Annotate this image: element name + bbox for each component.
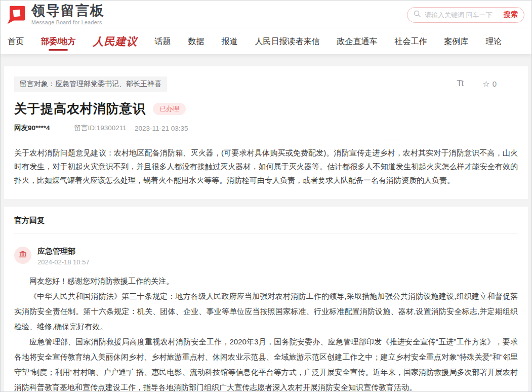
nav-item-shuju[interactable]: 数据: [188, 29, 204, 54]
divider: [14, 139, 518, 139]
agency-avatar: [14, 247, 31, 264]
search-icon: [414, 10, 421, 20]
page: 领导留言板 Message Board for Leaders 搜索 首页 部委…: [0, 0, 532, 392]
message-id: 留言ID:19300211: [74, 124, 127, 133]
font-size-toggle-icon[interactable]: Tt: [457, 79, 463, 89]
agency-name: 应急管理部: [37, 247, 90, 256]
nav-item-zhengqi-zhitongche[interactable]: 政企直通车: [337, 29, 377, 54]
message-author: 网友90****4: [14, 124, 50, 133]
star-icon: ☆: [482, 79, 489, 89]
reply-body: 网友您好！感谢您对消防救援工作的关注。 《中华人民共和国消防法》第三十条规定：地…: [14, 273, 518, 392]
nav-item-renmin-jianyi[interactable]: 人民建议: [93, 29, 137, 54]
favorite-count: 0: [493, 80, 497, 88]
search-input[interactable]: [425, 11, 500, 19]
message-title: 关于提高农村消防意识: [14, 100, 146, 117]
nav-item-baodao[interactable]: 报道: [221, 29, 237, 54]
site-subtitle: Message Board for Leaders: [31, 19, 105, 25]
nav-item-buwei-difang[interactable]: 部委/地方: [41, 29, 75, 54]
message-target-tag: 留言对象：应急管理部党委书记、部长王祥喜: [14, 76, 167, 92]
reply-timestamp: 2024-02-18 10:57: [37, 258, 90, 266]
divider: [14, 233, 518, 233]
message-timestamp: 2023-11-21 03:35: [135, 125, 188, 132]
search-box: 搜索: [407, 7, 524, 23]
status-badge: 已办理: [153, 103, 186, 115]
nav-item-duzhe-laixin[interactable]: 人民日报读者来信: [255, 29, 319, 54]
message-body: 关于农村消防问题意见建议：农村地区配备消防箱、灭火器，(可要求村具体购买或免费配…: [14, 146, 518, 187]
government-building-icon: [18, 250, 27, 261]
logo-speech-bubble-icon: [6, 4, 27, 25]
site-logo[interactable]: 领导留言板 Message Board for Leaders: [6, 4, 105, 25]
nav-item-shehui-gongzuo[interactable]: 社会工作: [394, 29, 427, 54]
official-reply-card: 官方回复 应急管理部 2024-02-18 10:57: [4, 207, 528, 392]
main-nav: 首页 部委/地方 人民建议 话题 数据 报道 人民日报读者来信 政企直通车 社会…: [1, 29, 531, 54]
nav-item-lilun[interactable]: 理论: [485, 29, 502, 54]
nav-item-anliku[interactable]: 案例库: [444, 29, 468, 54]
nav-item-home[interactable]: 首页: [8, 29, 24, 54]
reply-section-title: 官方回复: [14, 216, 518, 225]
nav-item-huati[interactable]: 话题: [154, 29, 171, 54]
reply-paragraph: 应急管理部、国家消防救援局高度重视农村消防安全工作，2020年3月，国务院安委办…: [14, 334, 518, 392]
favorite-control[interactable]: ☆ 0: [482, 79, 497, 89]
reply-paragraph: 《中华人民共和国消防法》第三十条规定：地方各级人民政府应当加强对农村消防工作的领…: [14, 289, 518, 334]
message-card: 留言对象：应急管理部党委书记、部长王祥喜 Tt ☆ 0 关于提高农村消防意识 已…: [4, 66, 528, 199]
search-button[interactable]: 搜索: [504, 10, 518, 19]
site-title: 领导留言板: [31, 4, 105, 18]
header: 领导留言板 Message Board for Leaders 搜索: [1, 1, 531, 29]
reply-paragraph: 网友您好！感谢您对消防救援工作的关注。: [14, 273, 518, 289]
